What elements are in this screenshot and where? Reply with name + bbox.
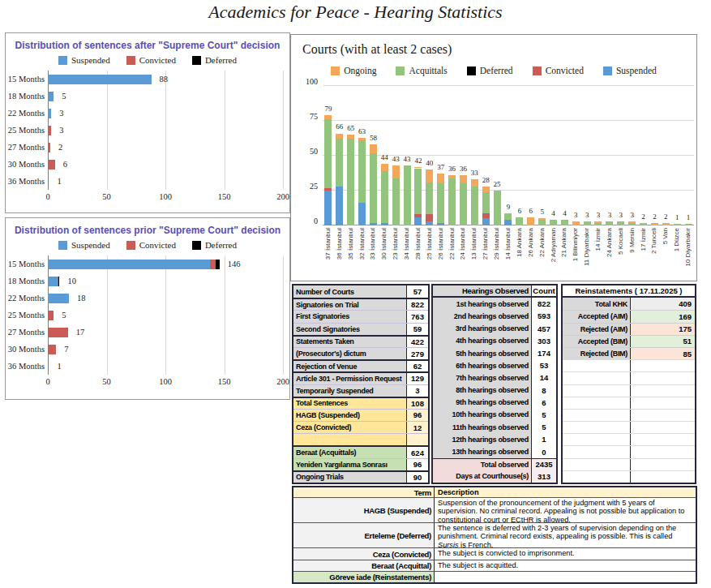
empty-cell — [563, 360, 631, 371]
bar-segment-suspended — [358, 203, 366, 225]
x-axis-category-label: 10 Diyarbakır — [685, 228, 692, 267]
bar-segment-acquittals — [584, 221, 591, 225]
legend-swatch-icon — [192, 241, 201, 250]
hearing-count: 8 — [532, 384, 556, 397]
bar-segment-acquittals — [414, 169, 422, 215]
x-axis-category-label: 25 İstanbul — [426, 228, 433, 260]
legend-label: Suspended — [71, 55, 110, 65]
reinstatements-table: Reinstatements ( 17.11.2025 )Total KHK40… — [561, 284, 696, 484]
stat-label: Rejection of Venue — [293, 361, 407, 371]
empty-row — [563, 397, 695, 409]
bar — [48, 160, 55, 170]
court-bar-slot: 618 Ankara — [514, 86, 525, 225]
bar-value-label: 3 — [574, 211, 578, 219]
bar — [48, 143, 50, 152]
empty-row — [563, 359, 695, 371]
hearing-row: 11th hearings observed5 — [433, 421, 556, 433]
bar-segment-suspended — [504, 220, 512, 225]
category-label: 27 Months — [7, 139, 45, 156]
stats-row: Rejection of Venue62 — [293, 359, 428, 371]
legend-label: Deferred — [205, 240, 237, 250]
court-bar-slot: 42 Adıyaman — [548, 86, 559, 225]
legend-swatch-icon — [126, 241, 135, 250]
category-label: 18 Months — [7, 273, 45, 290]
hearing-row: 8th hearings observed8 — [433, 384, 556, 397]
hearings-header-count: Count — [532, 285, 556, 296]
empty-row — [563, 445, 695, 457]
x-axis-category-label: 21 Ankara — [561, 228, 568, 257]
x-axis-category-label: 32 İstanbul — [359, 228, 366, 260]
stat-value: 822 — [407, 299, 428, 310]
bar-segment-ongoing — [358, 138, 366, 140]
term-row: HAGB (Suspended)Suspension of the pronou… — [293, 497, 696, 522]
bar-segment-ongoing — [538, 218, 546, 220]
hearing-count: 5 — [532, 409, 556, 421]
court-bar-slot: 6332 İstanbul — [357, 86, 368, 225]
stat-label: Statements Taken — [293, 337, 407, 347]
bar-segment-acquittals — [538, 220, 546, 225]
x-axis-category-label: 13 İstanbul — [471, 228, 478, 260]
bar-segment-convicted — [48, 126, 51, 135]
bar-value-label: 3 — [59, 105, 63, 122]
bar-segment-ongoing — [572, 221, 580, 225]
stats-row: Beraat (Acquittals)624 — [293, 445, 428, 457]
stat-value: 59 — [407, 324, 428, 335]
x-axis-tick: 0 — [45, 377, 49, 386]
hearing-count: 822 — [532, 298, 556, 310]
empty-cell — [631, 360, 695, 371]
bar-value-label: 6 — [518, 207, 522, 215]
term-description: The subject is acquitted. — [435, 560, 696, 571]
court-bar-slot: 35 Kocaeli — [615, 86, 627, 225]
y-axis-tick: 0 — [314, 217, 318, 225]
bar-value-label: 6 — [63, 156, 67, 173]
bar-segment-acquittals — [516, 217, 523, 225]
empty-cell — [631, 372, 695, 384]
hearing-label: 5th hearings observed — [433, 347, 532, 359]
bar-value-label: 2 — [641, 212, 645, 221]
bar-value-label: 17 — [76, 324, 85, 341]
court-bar-slot: 6636 İstanbul — [334, 86, 345, 225]
x-axis-category-label: 23 İstanbul — [392, 228, 399, 260]
bar-segment-ongoing — [504, 213, 512, 215]
category-label: 18 Months — [7, 88, 45, 105]
legend-swatch-icon — [533, 67, 542, 75]
hearing-count: 14 — [532, 371, 556, 384]
bar-value-label: 1 — [57, 358, 61, 375]
term-description: Suspension of the pronouncement of the j… — [435, 498, 696, 522]
stat-label: First Signatories — [293, 311, 407, 322]
bar-segment-acquittals — [561, 220, 568, 225]
hearing-row: 12th hearings observed1 — [433, 433, 556, 445]
bar-segment-convicted — [48, 160, 55, 170]
x-axis-category-label: 1 Düzce — [674, 228, 680, 251]
category-label: 30 Months — [7, 156, 45, 173]
court-bar-slot: 4025 İstanbul — [424, 86, 435, 225]
legend-swatch-icon — [331, 67, 340, 75]
hearing-count: 593 — [532, 310, 556, 322]
court-bar-slot: 914 İstanbul — [503, 86, 514, 225]
stat-label: Signatories on Trial — [293, 299, 407, 310]
bar-segment-acquittals — [404, 165, 411, 225]
stats-row — [293, 433, 428, 445]
bar-segment-suspended — [381, 223, 388, 225]
x-axis-tick: 200 — [276, 377, 289, 386]
bar-segment-acquittals — [494, 191, 501, 225]
bar-segment-suspended — [48, 260, 210, 269]
x-axis-category-label: 5 Kocaeli — [618, 228, 624, 255]
stat-label: Temporarily Suspended — [293, 385, 407, 397]
stat-label: Ceza (Convicted) — [293, 422, 407, 433]
bar-segment-deferred — [58, 277, 59, 286]
stat-label: Second Signatories — [293, 324, 407, 335]
x-axis-tick: 200 — [276, 192, 289, 201]
x-axis-category-label: 24 Ankara — [606, 228, 613, 257]
reinstatement-label: Total KHK — [563, 298, 631, 310]
legend-label: Suspended — [71, 240, 110, 250]
reinstatement-value: 169 — [631, 311, 695, 322]
x-axis-category-label: 26 Ankara — [528, 228, 534, 257]
bar-segment-convicted — [482, 213, 490, 219]
bar-segment-acquittals — [504, 214, 512, 220]
hearing-count: 174 — [532, 347, 556, 359]
stats-row: Second Signatories59 — [293, 323, 428, 335]
empty-cell — [563, 385, 631, 397]
court-bar-slot: 311 Diyarbakır — [581, 86, 593, 225]
bar-value-label: 3 — [597, 211, 601, 219]
